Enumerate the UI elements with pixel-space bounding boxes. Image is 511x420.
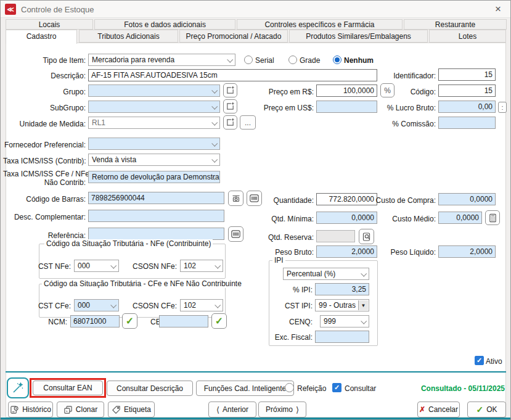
descricao-input[interactable]: AF-15 FITA ASF.AUTOADESIVA 15cm xyxy=(88,69,377,81)
qtd-reserva-input[interactable] xyxy=(316,230,355,242)
csosn-cfe-select[interactable]: 102 xyxy=(180,299,223,311)
cst-ipi-select[interactable]: 99 - Outras ▼ xyxy=(315,299,369,311)
tab-tributos[interactable]: Tributos Adicionais xyxy=(79,30,178,43)
tab-controles[interactable]: Controles específicos e Farmácia xyxy=(237,19,403,30)
ok-button[interactable]: ✓ OK xyxy=(467,401,506,418)
referencia-input[interactable] xyxy=(88,228,224,240)
proximo-button[interactable]: Próximo ⟩ xyxy=(258,401,306,418)
taxa-contrib-select[interactable]: Venda à vista xyxy=(88,154,220,166)
cest-validate-button[interactable]: ✓ xyxy=(211,313,227,329)
exc-fiscal-input[interactable] xyxy=(315,331,369,343)
chevron-down-icon xyxy=(211,141,218,147)
descricao-label: Descrição: xyxy=(3,72,86,80)
tab-cadastro[interactable]: Cadastro xyxy=(6,30,77,44)
unidade-label: Unidade de Medida: xyxy=(3,120,86,128)
cst-cfe-select[interactable]: 000 xyxy=(74,299,119,311)
close-icon[interactable]: × xyxy=(492,3,504,15)
chevron-right-icon: ⟩ xyxy=(296,405,299,414)
tab-locais[interactable]: Locais xyxy=(6,19,93,30)
radio-nenhum[interactable] xyxy=(333,56,341,64)
ok-check-icon: ✓ xyxy=(476,405,483,414)
codigo-barras-label: Código de Barras: xyxy=(3,195,86,204)
cancelar-button[interactable]: ✗ Cancelar xyxy=(417,401,460,418)
ipi-group-title: IPI xyxy=(272,256,285,265)
cenq-select[interactable]: 999 xyxy=(320,315,369,327)
unidade-select[interactable]: RL1 xyxy=(88,117,220,129)
comissao-label: % Comissão: xyxy=(368,120,436,128)
fornecedor-select[interactable] xyxy=(88,138,220,150)
chevron-down-icon xyxy=(215,263,221,269)
taxa-nc-select[interactable]: Retorno de devolução para Demonstraç xyxy=(88,171,220,183)
comissao-input[interactable] xyxy=(438,117,496,129)
tipo-item-label: Tipo de Item: xyxy=(3,56,86,65)
check-icon: ✓ xyxy=(334,384,340,392)
tab-restaurante[interactable]: Restaurante xyxy=(404,19,507,30)
ncm-label: NCM: xyxy=(38,318,67,326)
cest-input[interactable] xyxy=(159,315,208,327)
tab-fotos[interactable]: Fotos e dados adicionais xyxy=(94,19,235,30)
codigo-barras-input[interactable]: 7898256900044 xyxy=(88,192,224,204)
dropdown-arrow-icon: ▼ xyxy=(358,300,368,310)
cst-nfe-select[interactable]: 000 xyxy=(74,260,119,272)
subgrupo-select[interactable] xyxy=(88,101,220,113)
perc-ipi-input[interactable]: 3,25 xyxy=(315,283,369,295)
chevron-down-icon xyxy=(361,271,367,277)
chevron-down-icon xyxy=(110,263,117,269)
subgrupo-label: SubGrupo: xyxy=(3,104,86,112)
tab-preco-promocional[interactable]: Preço Promocional / Atacado xyxy=(179,30,288,43)
qtd-minima-label: Qtd. Mínima: xyxy=(234,215,314,223)
ncm-input[interactable]: 68071000 xyxy=(70,315,120,327)
etiqueta-button[interactable]: Etiqueta xyxy=(108,401,155,418)
cadastro-panel xyxy=(6,43,506,418)
tab-lotes[interactable]: Lotes xyxy=(429,30,506,43)
tipo-item-select[interactable]: Mercadoria para revenda xyxy=(88,54,235,66)
title-bar: ≪ Controle de Estoque × xyxy=(1,1,510,18)
smart-wizard-button[interactable] xyxy=(7,377,29,398)
new-item-icon xyxy=(226,118,235,127)
tag-icon xyxy=(112,405,121,414)
unidade-more-button[interactable]: ... xyxy=(240,115,256,130)
chevron-down-icon xyxy=(211,104,218,110)
clonar-button[interactable]: Clonar xyxy=(57,401,104,418)
qtd-reserva-search-button[interactable] xyxy=(359,229,374,244)
desc-comp-input[interactable] xyxy=(88,210,224,222)
csosn-nfe-select[interactable]: 102 xyxy=(180,260,223,272)
csosn-nfe-label: CSOSN NFe: xyxy=(124,262,177,271)
grupo-select[interactable] xyxy=(88,84,220,97)
colon-icon: : xyxy=(501,104,503,111)
identificador-label: Identificador: xyxy=(368,72,436,80)
chevron-left-icon: ⟨ xyxy=(216,405,219,414)
radio-grade[interactable] xyxy=(288,56,297,64)
status-text: Consultado - 05/11/2025 xyxy=(382,384,505,393)
stock-control-dialog: ≪ Controle de Estoque × Locais Fotos e d… xyxy=(0,0,511,420)
clone-icon xyxy=(63,405,73,414)
calculator-button[interactable] xyxy=(485,210,500,225)
identificador-input[interactable]: 15 xyxy=(438,68,496,81)
historico-button[interactable]: Histórico xyxy=(8,401,53,418)
radio-serial[interactable] xyxy=(244,56,253,64)
qtd-reserva-label: Qtd. Reserva: xyxy=(234,233,314,242)
cst-cfe-label: CST CFe: xyxy=(35,302,71,310)
anterior-button[interactable]: ⟨ Anterior xyxy=(208,401,256,418)
ellipsis-icon: ... xyxy=(245,118,251,127)
add-unidade-button[interactable] xyxy=(223,115,237,130)
ativo-label: Ativo xyxy=(486,357,510,366)
tab-similares[interactable]: Produtos Similares/Embalagens xyxy=(289,30,428,43)
funcoes-cad-button[interactable]: Funções Cad. Inteligente xyxy=(196,381,294,396)
codigo-input[interactable]: 15 xyxy=(438,84,496,97)
custo-medio-input[interactable]: 0,0000 xyxy=(438,212,482,224)
custo-compra-input[interactable]: 0,0000 xyxy=(438,193,496,205)
consultar-descricao-button[interactable]: Consultar Descrição xyxy=(107,381,193,396)
ativo-checkbox[interactable]: ✓ xyxy=(475,356,484,365)
codigo-label: Código: xyxy=(368,88,436,96)
lucro-bruto-input[interactable]: 0,00 xyxy=(438,101,496,113)
consultar-checkbox[interactable]: ✓ xyxy=(332,383,341,392)
lucro-options-button[interactable]: : xyxy=(498,102,507,113)
referencia-label: Referência: xyxy=(3,231,86,240)
peso-liquido-input[interactable]: 2,0000 xyxy=(438,245,496,258)
footer-divider xyxy=(6,371,506,373)
refeicao-checkbox[interactable] xyxy=(285,383,294,392)
history-icon xyxy=(10,405,19,414)
custo-compra-label: Custo de Compra: xyxy=(368,196,436,205)
ipi-mode-select[interactable]: Percentual (%) xyxy=(283,268,369,280)
